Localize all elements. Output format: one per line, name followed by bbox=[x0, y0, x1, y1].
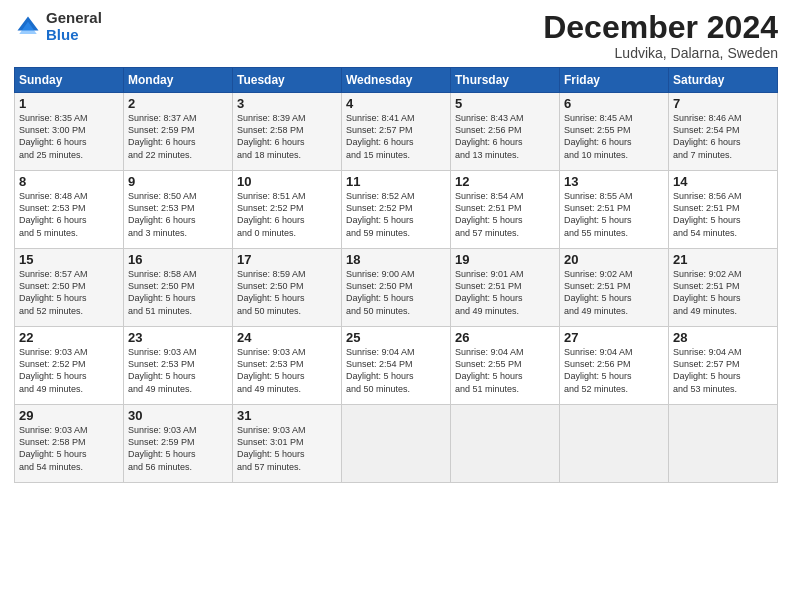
calendar-cell: 30Sunrise: 9:03 AM Sunset: 2:59 PM Dayli… bbox=[124, 405, 233, 483]
calendar-cell: 10Sunrise: 8:51 AM Sunset: 2:52 PM Dayli… bbox=[233, 171, 342, 249]
day-number: 8 bbox=[19, 174, 119, 189]
day-info: Sunrise: 8:35 AM Sunset: 3:00 PM Dayligh… bbox=[19, 112, 119, 161]
day-number: 5 bbox=[455, 96, 555, 111]
day-number: 10 bbox=[237, 174, 337, 189]
day-number: 2 bbox=[128, 96, 228, 111]
calendar-cell: 24Sunrise: 9:03 AM Sunset: 2:53 PM Dayli… bbox=[233, 327, 342, 405]
calendar-table: Sunday Monday Tuesday Wednesday Thursday… bbox=[14, 67, 778, 483]
month-title: December 2024 bbox=[543, 10, 778, 45]
calendar-cell: 2Sunrise: 8:37 AM Sunset: 2:59 PM Daylig… bbox=[124, 93, 233, 171]
day-info: Sunrise: 9:00 AM Sunset: 2:50 PM Dayligh… bbox=[346, 268, 446, 317]
calendar-cell: 18Sunrise: 9:00 AM Sunset: 2:50 PM Dayli… bbox=[342, 249, 451, 327]
col-sunday: Sunday bbox=[15, 68, 124, 93]
day-number: 26 bbox=[455, 330, 555, 345]
title-block: December 2024 Ludvika, Dalarna, Sweden bbox=[543, 10, 778, 61]
calendar-cell bbox=[560, 405, 669, 483]
day-info: Sunrise: 8:58 AM Sunset: 2:50 PM Dayligh… bbox=[128, 268, 228, 317]
day-info: Sunrise: 9:02 AM Sunset: 2:51 PM Dayligh… bbox=[564, 268, 664, 317]
logo-text: General Blue bbox=[46, 10, 102, 43]
day-info: Sunrise: 8:50 AM Sunset: 2:53 PM Dayligh… bbox=[128, 190, 228, 239]
calendar-cell: 15Sunrise: 8:57 AM Sunset: 2:50 PM Dayli… bbox=[15, 249, 124, 327]
day-number: 21 bbox=[673, 252, 773, 267]
day-number: 14 bbox=[673, 174, 773, 189]
calendar-cell: 25Sunrise: 9:04 AM Sunset: 2:54 PM Dayli… bbox=[342, 327, 451, 405]
day-info: Sunrise: 9:04 AM Sunset: 2:57 PM Dayligh… bbox=[673, 346, 773, 395]
col-monday: Monday bbox=[124, 68, 233, 93]
day-number: 27 bbox=[564, 330, 664, 345]
day-info: Sunrise: 8:41 AM Sunset: 2:57 PM Dayligh… bbox=[346, 112, 446, 161]
logo-icon bbox=[14, 13, 42, 41]
day-info: Sunrise: 9:02 AM Sunset: 2:51 PM Dayligh… bbox=[673, 268, 773, 317]
calendar-cell: 17Sunrise: 8:59 AM Sunset: 2:50 PM Dayli… bbox=[233, 249, 342, 327]
col-wednesday: Wednesday bbox=[342, 68, 451, 93]
location-subtitle: Ludvika, Dalarna, Sweden bbox=[543, 45, 778, 61]
day-info: Sunrise: 8:54 AM Sunset: 2:51 PM Dayligh… bbox=[455, 190, 555, 239]
day-info: Sunrise: 8:39 AM Sunset: 2:58 PM Dayligh… bbox=[237, 112, 337, 161]
calendar-header-row: Sunday Monday Tuesday Wednesday Thursday… bbox=[15, 68, 778, 93]
day-number: 13 bbox=[564, 174, 664, 189]
calendar-cell: 9Sunrise: 8:50 AM Sunset: 2:53 PM Daylig… bbox=[124, 171, 233, 249]
day-number: 22 bbox=[19, 330, 119, 345]
day-info: Sunrise: 9:03 AM Sunset: 2:53 PM Dayligh… bbox=[237, 346, 337, 395]
day-info: Sunrise: 9:01 AM Sunset: 2:51 PM Dayligh… bbox=[455, 268, 555, 317]
day-number: 3 bbox=[237, 96, 337, 111]
day-number: 19 bbox=[455, 252, 555, 267]
day-info: Sunrise: 8:56 AM Sunset: 2:51 PM Dayligh… bbox=[673, 190, 773, 239]
calendar-week-2: 8Sunrise: 8:48 AM Sunset: 2:53 PM Daylig… bbox=[15, 171, 778, 249]
day-number: 15 bbox=[19, 252, 119, 267]
calendar-cell bbox=[342, 405, 451, 483]
day-number: 6 bbox=[564, 96, 664, 111]
calendar-week-3: 15Sunrise: 8:57 AM Sunset: 2:50 PM Dayli… bbox=[15, 249, 778, 327]
calendar-cell: 7Sunrise: 8:46 AM Sunset: 2:54 PM Daylig… bbox=[669, 93, 778, 171]
day-info: Sunrise: 9:04 AM Sunset: 2:54 PM Dayligh… bbox=[346, 346, 446, 395]
calendar-cell bbox=[669, 405, 778, 483]
day-number: 17 bbox=[237, 252, 337, 267]
day-info: Sunrise: 8:45 AM Sunset: 2:55 PM Dayligh… bbox=[564, 112, 664, 161]
day-info: Sunrise: 8:48 AM Sunset: 2:53 PM Dayligh… bbox=[19, 190, 119, 239]
day-number: 25 bbox=[346, 330, 446, 345]
col-tuesday: Tuesday bbox=[233, 68, 342, 93]
calendar-cell: 29Sunrise: 9:03 AM Sunset: 2:58 PM Dayli… bbox=[15, 405, 124, 483]
day-info: Sunrise: 8:52 AM Sunset: 2:52 PM Dayligh… bbox=[346, 190, 446, 239]
calendar-week-4: 22Sunrise: 9:03 AM Sunset: 2:52 PM Dayli… bbox=[15, 327, 778, 405]
calendar-cell: 3Sunrise: 8:39 AM Sunset: 2:58 PM Daylig… bbox=[233, 93, 342, 171]
logo-blue-text: Blue bbox=[46, 27, 102, 44]
calendar-cell: 21Sunrise: 9:02 AM Sunset: 2:51 PM Dayli… bbox=[669, 249, 778, 327]
calendar-cell: 26Sunrise: 9:04 AM Sunset: 2:55 PM Dayli… bbox=[451, 327, 560, 405]
calendar-cell bbox=[451, 405, 560, 483]
calendar-cell: 14Sunrise: 8:56 AM Sunset: 2:51 PM Dayli… bbox=[669, 171, 778, 249]
col-friday: Friday bbox=[560, 68, 669, 93]
day-number: 16 bbox=[128, 252, 228, 267]
day-info: Sunrise: 8:55 AM Sunset: 2:51 PM Dayligh… bbox=[564, 190, 664, 239]
day-number: 1 bbox=[19, 96, 119, 111]
day-info: Sunrise: 9:03 AM Sunset: 2:58 PM Dayligh… bbox=[19, 424, 119, 473]
day-info: Sunrise: 8:37 AM Sunset: 2:59 PM Dayligh… bbox=[128, 112, 228, 161]
day-info: Sunrise: 9:03 AM Sunset: 2:59 PM Dayligh… bbox=[128, 424, 228, 473]
calendar-cell: 28Sunrise: 9:04 AM Sunset: 2:57 PM Dayli… bbox=[669, 327, 778, 405]
calendar-week-1: 1Sunrise: 8:35 AM Sunset: 3:00 PM Daylig… bbox=[15, 93, 778, 171]
day-info: Sunrise: 9:03 AM Sunset: 2:52 PM Dayligh… bbox=[19, 346, 119, 395]
day-number: 31 bbox=[237, 408, 337, 423]
calendar-cell: 31Sunrise: 9:03 AM Sunset: 3:01 PM Dayli… bbox=[233, 405, 342, 483]
day-info: Sunrise: 8:43 AM Sunset: 2:56 PM Dayligh… bbox=[455, 112, 555, 161]
calendar-cell: 19Sunrise: 9:01 AM Sunset: 2:51 PM Dayli… bbox=[451, 249, 560, 327]
logo: General Blue bbox=[14, 10, 102, 43]
calendar-cell: 12Sunrise: 8:54 AM Sunset: 2:51 PM Dayli… bbox=[451, 171, 560, 249]
day-number: 4 bbox=[346, 96, 446, 111]
calendar-cell: 8Sunrise: 8:48 AM Sunset: 2:53 PM Daylig… bbox=[15, 171, 124, 249]
calendar-cell: 11Sunrise: 8:52 AM Sunset: 2:52 PM Dayli… bbox=[342, 171, 451, 249]
page-container: General Blue December 2024 Ludvika, Dala… bbox=[0, 0, 792, 489]
col-thursday: Thursday bbox=[451, 68, 560, 93]
day-info: Sunrise: 9:03 AM Sunset: 2:53 PM Dayligh… bbox=[128, 346, 228, 395]
day-number: 12 bbox=[455, 174, 555, 189]
calendar-cell: 13Sunrise: 8:55 AM Sunset: 2:51 PM Dayli… bbox=[560, 171, 669, 249]
calendar-cell: 5Sunrise: 8:43 AM Sunset: 2:56 PM Daylig… bbox=[451, 93, 560, 171]
day-info: Sunrise: 8:57 AM Sunset: 2:50 PM Dayligh… bbox=[19, 268, 119, 317]
day-number: 28 bbox=[673, 330, 773, 345]
col-saturday: Saturday bbox=[669, 68, 778, 93]
calendar-cell: 1Sunrise: 8:35 AM Sunset: 3:00 PM Daylig… bbox=[15, 93, 124, 171]
day-info: Sunrise: 9:04 AM Sunset: 2:55 PM Dayligh… bbox=[455, 346, 555, 395]
day-number: 30 bbox=[128, 408, 228, 423]
calendar-cell: 22Sunrise: 9:03 AM Sunset: 2:52 PM Dayli… bbox=[15, 327, 124, 405]
day-number: 9 bbox=[128, 174, 228, 189]
